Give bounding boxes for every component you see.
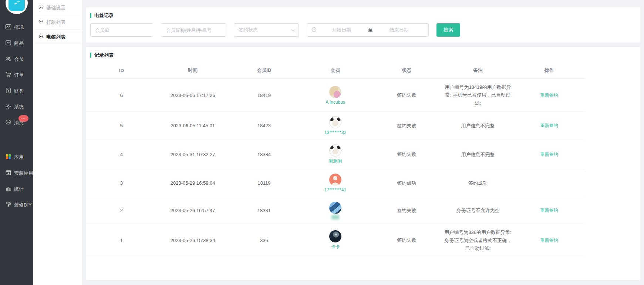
- submenu-item-esign-list[interactable]: 电签列表: [33, 30, 82, 44]
- sidebar-item-label: 概况: [14, 24, 24, 31]
- date-range-picker[interactable]: 开始日期 至 结束日期: [307, 23, 429, 37]
- esign-search-panel: 电签记录 签约状态 开始日期 至 结束日期 搜索: [86, 7, 640, 43]
- start-date-placeholder: 开始日期: [317, 27, 367, 33]
- table-row: 3 2023-05-29 16:59:04 18119 17*******41 …: [86, 169, 585, 197]
- col-header-action: 操作: [513, 64, 585, 79]
- cell-id: 5: [86, 112, 157, 140]
- date-separator: 至: [367, 27, 374, 33]
- orders-icon: [5, 71, 11, 79]
- cell-time: 2023-05-26 15:38:34: [157, 224, 229, 257]
- cell-time: 2023-05-29 16:59:04: [157, 169, 229, 197]
- install-app-icon: [5, 170, 11, 177]
- secondary-sidebar: 基础设置 打款列表 电签列表: [33, 0, 82, 285]
- system-icon: [5, 103, 11, 111]
- app-window: 概况 商品 会员 订单 财务 系统 消息 ... 应: [0, 0, 644, 285]
- goods-icon: [5, 40, 11, 47]
- sidebar-item-label: 财务: [14, 88, 24, 94]
- diy-icon: [5, 201, 11, 209]
- cell-status: 签约失败: [371, 112, 442, 140]
- sidebar-item-label: 装修DIY: [14, 202, 32, 208]
- logo-circle: [6, 0, 28, 14]
- resign-action-link[interactable]: 重新签约: [540, 93, 558, 98]
- sidebar-item-diy[interactable]: 装修DIY: [0, 197, 33, 213]
- sidebar-item-system[interactable]: 系统: [0, 99, 33, 115]
- cell-id: 2: [86, 197, 157, 224]
- submenu-item-label: 电签列表: [46, 34, 65, 40]
- sidebar-item-apps[interactable]: 应用: [0, 149, 33, 165]
- table-row: 1 2023-05-26 15:38:34 336 卡卡 签约失败 用户编号为3…: [86, 224, 585, 257]
- sidebar-item-finance[interactable]: 财务: [0, 83, 33, 99]
- table-header-row: ID 时间 会员ID 会员 状态 备注 操作: [86, 64, 585, 79]
- member-avatar: [329, 86, 341, 98]
- member-name-link[interactable]: A Incubus: [326, 100, 345, 105]
- member-avatar: [329, 116, 341, 128]
- table-row: 6 2023-06-06 17:17:26 18419 A Incubus 签约…: [86, 79, 585, 112]
- sidebar-item-install-app[interactable]: 安装应用: [0, 165, 33, 181]
- table-row: 4 2023-05-31 10:32:27 18384 测测测 签约失败 用户信…: [86, 140, 585, 169]
- member-cell: 13*******32: [301, 116, 370, 135]
- member-name-link[interactable]: ███: [331, 215, 339, 219]
- logo-swirl-icon: [9, 0, 25, 11]
- overview-icon: [5, 24, 11, 31]
- resign-action-link[interactable]: 重新签约: [540, 238, 558, 243]
- cell-member-id: 18119: [228, 169, 300, 197]
- member-cell: ███: [301, 202, 370, 219]
- member-avatar: [329, 230, 341, 242]
- records-panel: 记录列表 ID 时间 会员ID 会员 状态 备注 操作 6: [86, 47, 640, 280]
- col-header-status: 状态: [371, 64, 442, 79]
- search-button[interactable]: 搜索: [436, 23, 460, 37]
- gear-icon: [38, 19, 43, 25]
- members-icon: [5, 56, 11, 63]
- table-row: 2 2023-05-26 16:57:47 18381 ███ 签约失败 身份证…: [86, 197, 585, 224]
- chevron-down-icon: [291, 27, 295, 31]
- clock-icon: [311, 27, 317, 33]
- cell-status: 签约失败: [371, 197, 442, 224]
- records-table: ID 时间 会员ID 会员 状态 备注 操作 6 2023-06-06 17:1…: [86, 64, 585, 257]
- member-name-link[interactable]: 测测测: [329, 158, 342, 164]
- panel-title: 电签记录: [90, 12, 636, 19]
- cell-status: 签约失败: [371, 224, 442, 257]
- title-accent-bar: [90, 53, 91, 58]
- stats-icon: [5, 185, 11, 193]
- sidebar-item-orders[interactable]: 订单: [0, 67, 33, 83]
- sidebar-item-stats[interactable]: 统计: [0, 181, 33, 197]
- member-name-link[interactable]: 卡卡: [331, 244, 340, 250]
- member-name-input[interactable]: [161, 23, 226, 37]
- resign-action-link[interactable]: 重新签约: [540, 123, 558, 128]
- member-avatar: [329, 202, 341, 214]
- apps-icon: [5, 154, 11, 161]
- submenu-item-label: 打款列表: [46, 19, 65, 26]
- cell-remark: 用户编号为18419的用户数据异常: 手机号已被使用，已自动过滤;: [444, 83, 512, 107]
- member-name-link[interactable]: 13*******32: [324, 130, 346, 135]
- member-cell: A Incubus: [301, 86, 370, 105]
- gear-icon: [38, 5, 43, 11]
- select-placeholder: 签约状态: [239, 27, 258, 33]
- cell-remark: 用户信息不完整: [444, 151, 512, 158]
- messages-icon: [5, 119, 11, 127]
- panel-title: 记录列表: [86, 52, 640, 58]
- gear-icon: [38, 34, 43, 40]
- sidebar-item-goods[interactable]: 商品: [0, 35, 33, 51]
- cell-member-id: 18381: [228, 197, 300, 224]
- sign-status-select[interactable]: 签约状态: [234, 23, 299, 37]
- resign-action-link[interactable]: 重新签约: [540, 208, 558, 213]
- col-header-member-id: 会员ID: [228, 64, 300, 79]
- submenu-item-payment-list[interactable]: 打款列表: [33, 15, 82, 30]
- cell-remark: 身份证号不允许为空: [444, 207, 512, 214]
- member-cell: 卡卡: [301, 230, 370, 250]
- cell-member-id: 18419: [228, 79, 300, 112]
- member-name-link[interactable]: 17*******41: [324, 187, 346, 192]
- sidebar-item-messages[interactable]: 消息 ...: [0, 115, 33, 131]
- sidebar-item-overview[interactable]: 概况: [0, 19, 33, 35]
- sidebar-item-label: 统计: [14, 186, 24, 192]
- app-logo[interactable]: [0, 0, 33, 14]
- member-id-input[interactable]: [90, 23, 153, 37]
- sidebar-item-label: 系统: [14, 104, 24, 110]
- sidebar-item-members[interactable]: 会员: [0, 51, 33, 67]
- title-accent-bar: [90, 13, 91, 18]
- submenu-item-basic-settings[interactable]: 基础设置: [33, 1, 82, 15]
- cell-id: 1: [86, 224, 157, 257]
- cell-status: 签约成功: [371, 169, 442, 197]
- resign-action-link[interactable]: 重新签约: [540, 152, 558, 157]
- search-filters: 签约状态 开始日期 至 结束日期 搜索: [90, 23, 636, 37]
